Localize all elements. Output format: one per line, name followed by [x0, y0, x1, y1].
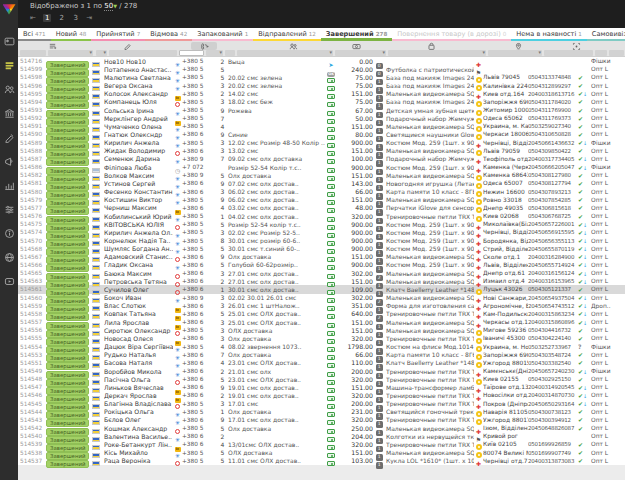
page-button-2[interactable]: 2 — [58, 14, 65, 22]
order-row[interactable]: 514563ЗавершенийПетровська Тетяна+380 62… — [18, 277, 625, 285]
feed-icon[interactable] — [46, 42, 58, 50]
tab-завершений[interactable]: Завершений278 — [321, 28, 392, 41]
order-row[interactable]: 514565ЗавершенийБаюка Максим+380 6327.01… — [18, 269, 625, 277]
order-row[interactable]: 514555ЗавершенийНовосад Олесяic+380 63Ол… — [18, 334, 625, 342]
filter-input[interactable]: ▾ — [206, 50, 223, 56]
order-row[interactable]: 514577ЗавершенийЧерниш Максимic+380 6403… — [18, 204, 625, 212]
order-row[interactable]: 514589ЗавершенийКирилич Анжела✳+380 5312… — [18, 139, 625, 147]
tab-прийнятий[interactable]: Прийнятий7 — [91, 28, 145, 41]
filter-input-active[interactable] — [179, 50, 204, 56]
tab-відмова[interactable]: Відмова42 — [145, 28, 192, 41]
tab-повернення-товару-в-дорозі-[interactable]: Повернення товару (в дорозі)0 — [392, 28, 511, 41]
scan-icon[interactable] — [570, 42, 582, 50]
order-row[interactable]: 514557ЗавершенийЛила Ярославic+380 6325.… — [18, 318, 625, 326]
order-row[interactable]: 514556ЗавершенийСиротюк Олександр+380 53… — [18, 326, 625, 334]
megaphone-icon[interactable] — [0, 149, 18, 173]
people-icon[interactable] — [287, 42, 299, 50]
order-total: 75.00 — [337, 74, 376, 81]
order-row[interactable]: 514559ЗавершенийВлас Слотюкic+380 6326.0… — [18, 302, 625, 310]
tab-відправлений[interactable]: Відправлений12 — [253, 28, 321, 41]
filter-input[interactable] — [20, 50, 46, 56]
bank-icon[interactable] — [0, 101, 18, 125]
last-page-icon[interactable]: ⇥ — [86, 14, 92, 22]
filter-input[interactable] — [109, 50, 177, 56]
page-button-3[interactable]: 3 — [72, 14, 79, 22]
filter-input[interactable] — [225, 50, 235, 56]
order-row[interactable]: 514561ЗавершенийСучилов Олег+380 6130.01… — [18, 285, 625, 293]
pencil-icon[interactable] — [121, 42, 133, 50]
page-button-1[interactable]: 1 — [43, 14, 51, 22]
order-row[interactable]: 514580ЗавершенийФесенко Константин✳+380 … — [18, 188, 625, 196]
order-row[interactable]: 514570ЗавершенийКорнелюк Надія Та..✳+380… — [18, 236, 625, 244]
tab-нема-в-наявності[interactable]: Нема в наявності1 — [511, 28, 587, 41]
order-row[interactable]: 514582ЗавершенийВолков Максим✳+380 95Олх… — [18, 171, 625, 179]
money-icon[interactable] — [350, 42, 362, 50]
order-row[interactable]: 514575ЗавершенийКВІТОВСЬКА ЮЛІЯ+380 55Ро… — [18, 220, 625, 228]
order-row[interactable]: 514551ЗавершенийБасова Наталя✳+380 6423.… — [18, 359, 625, 367]
globe-icon[interactable] — [0, 245, 18, 269]
order-row[interactable]: 514581ЗавершенийУстинов Сергей✳+380 6907… — [18, 179, 625, 187]
order-row[interactable]: 514588ЗавершенийЖидак Володимир+380 6313… — [18, 147, 625, 155]
tab-всі[interactable]: Всі471 — [18, 28, 51, 41]
order-row[interactable]: 514553ЗавершенийРудько Наталья✳+380 67Ол… — [18, 351, 625, 359]
filter-input[interactable]: ▾ — [237, 50, 333, 56]
order-row[interactable]: 514538ЗавершенийКісь Михайло✳+380 55ОЛХ … — [18, 449, 625, 457]
cash-payment-icon — [327, 208, 335, 213]
tab-самовивіз[interactable]: Самовивіз2 — [587, 28, 625, 41]
order-row[interactable]: 514574ЗавершенийКирилич Анжела Ол..✳+380… — [18, 228, 625, 236]
page-size-dropdown[interactable]: 50 — [104, 2, 113, 11]
order-row[interactable]: 514545ЗавершенийБлагінна Владіслава+380 … — [18, 400, 625, 408]
order-row[interactable]: 514579ЗавершенийКостишин Виктор✳+380 590… — [18, 196, 625, 204]
bag-icon[interactable] — [425, 42, 437, 50]
sliders-icon[interactable] — [0, 197, 18, 221]
order-row[interactable]: 514566ЗавершенийГладик Оксана✳+380 65Гол… — [18, 261, 625, 269]
order-row[interactable]: 514590ЗавершенийГнатюк Олексндр✳+380 69С… — [18, 130, 625, 138]
app-logo-icon[interactable] — [3, 3, 16, 15]
order-row[interactable]: 514537ЗавершенийРаца Вероніка+380 5511.0… — [18, 457, 625, 465]
order-row[interactable]: 514539ЗавершенийРоке-Бетанкурт Лін..ic+3… — [18, 440, 625, 448]
order-row[interactable]: 514543ЗавершенийБєлов Олег✳+380 6917.01 … — [18, 416, 625, 424]
info-icon[interactable] — [0, 221, 18, 245]
chart-icon[interactable] — [0, 173, 18, 197]
clients-icon[interactable] — [0, 77, 18, 101]
order-row[interactable]: 514716ЗавершенийНов10 Нов10✳+380 52Выца➤… — [18, 57, 625, 65]
order-row[interactable]: 514594ЗавершенийКомпанець Юля+380 5318.0… — [18, 98, 625, 106]
order-row[interactable]: 514540ЗавершенийВалентина Василье..✳+380… — [18, 432, 625, 440]
order-row[interactable]: 514544ЗавершенийРокіцька Ольга✳+380 51Ол… — [18, 408, 625, 416]
callback-icon[interactable] — [191, 42, 217, 50]
filter-input[interactable] — [544, 50, 593, 56]
order-row[interactable]: 514591ЗавершенийЧумаченко Олена✳+380 541… — [18, 122, 625, 130]
order-row[interactable]: 514560ЗавершенийБокоч Иван✳+380 9302.02 … — [18, 294, 625, 302]
order-row[interactable]: 514598ЗавершенийМалютина Светлана✳+380 5… — [18, 73, 625, 81]
order-row[interactable]: 514547ЗавершенийЛиньков Вячеславic+380 6… — [18, 383, 625, 391]
client-name: Сольська Ірина — [104, 107, 173, 114]
panel-icon[interactable] — [0, 29, 18, 53]
orders-list-icon[interactable] — [0, 53, 18, 77]
order-row[interactable]: 514558ЗавершенийКовпак Татьянаic+380 652… — [18, 310, 625, 318]
pin-icon[interactable] — [512, 42, 524, 50]
filter-input[interactable] — [595, 50, 607, 56]
tab-запакований[interactable]: Запакований1 — [192, 28, 253, 41]
order-row[interactable]: 514542ЗавершенийКошмак Александр+380 55О… — [18, 424, 625, 432]
pen-icon[interactable] — [0, 125, 18, 149]
order-row[interactable]: 514595ЗавершенийКолосок Александрic+380 … — [18, 90, 625, 98]
order-row[interactable]: 514546ЗавершенийДеркач Ярославic+380 621… — [18, 391, 625, 399]
order-row[interactable]: 514593ЗавершенийСольська Ірина✳+380 59Ро… — [18, 106, 625, 114]
order-row[interactable]: 514567ЗавершенийАдамовский Станис..+380 … — [18, 253, 625, 261]
order-row[interactable]: 514554ЗавершенийДацюк Віра Сергіївна✳+38… — [18, 342, 625, 350]
order-row[interactable]: 514548ЗавершенийПасічна Ольга+380 6523.0… — [18, 375, 625, 383]
filter-input[interactable]: ▾ — [488, 50, 542, 56]
order-row[interactable]: 514596ЗавершенийВегера Оксана✳+380 5320.… — [18, 81, 625, 89]
filter-input[interactable] — [609, 50, 624, 56]
order-row[interactable]: 514549ЗавершенийВоробйов Микола✳+380 622… — [18, 367, 625, 375]
order-row[interactable]: 514587ЗавершенийСеменюк Дарина✳+380 9709… — [18, 155, 625, 163]
order-row[interactable]: 514586ЗавершенийФіліпова Люба◷+7 072Розм… — [18, 163, 625, 171]
order-row[interactable]: 514568ЗавершенийШумляс Богдана Ан..✳+380… — [18, 245, 625, 253]
first-page-icon[interactable]: ⇤ — [30, 14, 36, 22]
video-icon[interactable] — [0, 269, 18, 293]
order-row[interactable]: 514592ЗавершенийМерклінгер Андрейic+380 … — [18, 114, 625, 122]
tab-новий[interactable]: Новий48 — [51, 28, 92, 41]
filter-input[interactable]: ▾ — [388, 50, 486, 56]
order-row[interactable]: 514576ЗавершенийКобилинський Юрий✳+380 5… — [18, 212, 625, 220]
order-row[interactable]: 514599ЗавершенийПотапенко Анастас..✳+380… — [18, 65, 625, 73]
